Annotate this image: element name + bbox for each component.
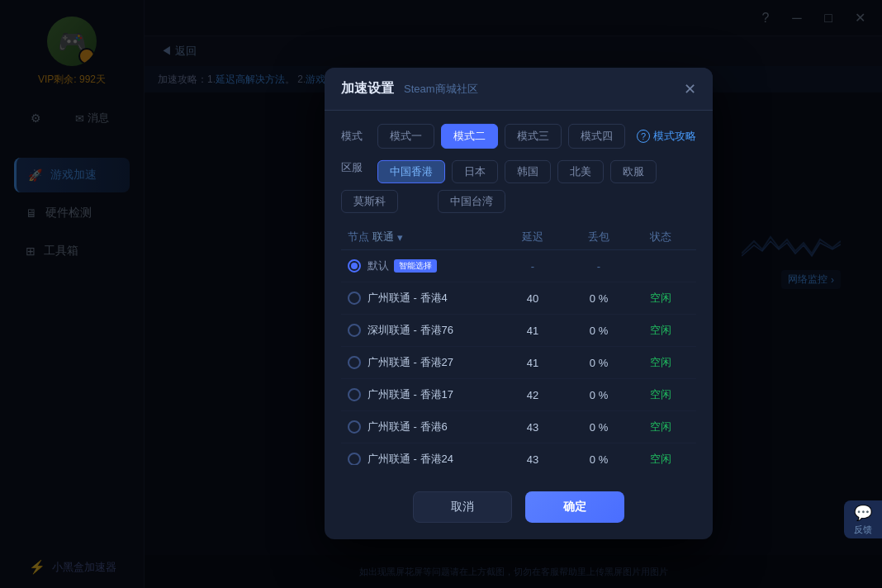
smart-badge: 智能选择 — [394, 259, 437, 273]
region-row: 区服 中国香港 日本 韩国 北美 欧服 莫斯科 中国台湾 — [341, 160, 696, 213]
radio-circle — [348, 356, 361, 369]
region-tw-btn[interactable]: 中国台湾 — [438, 190, 505, 213]
node-name: 默认 智能选择 — [368, 258, 500, 273]
mode3-btn[interactable]: 模式三 — [505, 124, 562, 149]
table-row[interactable]: 广州联通 - 香港24 43 0 % 空闲 — [341, 443, 696, 465]
table-rows: 默认 智能选择 - - 广州联通 - 香港4 40 0 % 空闲 深圳联通 - … — [341, 250, 696, 465]
region-moscow-btn[interactable]: 莫斯科 — [341, 190, 398, 213]
loss-cell: 0 % — [566, 292, 632, 304]
latency-cell: 41 — [500, 324, 566, 336]
table-row[interactable]: 默认 智能选择 - - — [341, 250, 696, 282]
dialog-subtitle: Steam商城社区 — [404, 81, 478, 96]
dialog-footer: 取消 确定 — [325, 478, 713, 539]
feedback-btn[interactable]: 💬 反馈 — [844, 500, 882, 538]
node-name-text: 深圳联通 - 香港76 — [368, 323, 453, 338]
node-name: 广州联通 - 香港6 — [368, 420, 500, 434]
loss-cell: 0 % — [566, 388, 632, 401]
table-row[interactable]: 广州联通 - 香港6 43 0 % 空闲 — [341, 411, 696, 443]
isp-filter[interactable]: 联通 ▾ — [372, 230, 403, 244]
radio-circle — [348, 324, 361, 337]
dialog-body: 模式 模式一 模式二 模式三 模式四 ? 模式攻略 区服 中国香港 日本 韩国 … — [325, 111, 713, 478]
confirm-button[interactable]: 确定 — [525, 491, 624, 523]
chevron-down-icon: ▾ — [397, 230, 403, 243]
mode-help-btn[interactable]: ? 模式攻略 — [637, 129, 696, 144]
col-latency-header: 延迟 — [500, 230, 566, 244]
loss-cell: 0 % — [566, 324, 632, 336]
node-name: 广州联通 - 香港17 — [368, 387, 500, 402]
region-kr-btn[interactable]: 韩国 — [505, 160, 551, 183]
latency-cell: - — [500, 259, 566, 272]
radio-gz-hk24 — [348, 453, 368, 465]
node-name: 广州联通 - 香港24 — [368, 452, 500, 465]
radio-gz-hk6 — [348, 420, 368, 434]
node-name: 广州联通 - 香港27 — [368, 355, 500, 370]
mode4-btn[interactable]: 模式四 — [568, 124, 625, 149]
status-cell: 空闲 — [632, 291, 690, 306]
dialog-header: 加速设置 Steam商城社区 ✕ — [325, 68, 713, 111]
table-row[interactable]: 广州联通 - 香港27 41 0 % 空闲 — [341, 347, 696, 379]
region-hk-btn[interactable]: 中国香港 — [377, 160, 445, 183]
loss-cell: - — [566, 259, 632, 272]
loss-cell: 0 % — [566, 420, 632, 433]
latency-cell: 40 — [500, 292, 566, 304]
loss-cell: 0 % — [566, 356, 632, 368]
mode2-btn[interactable]: 模式二 — [441, 124, 498, 149]
radio-default — [348, 259, 368, 273]
latency-cell: 42 — [500, 388, 566, 401]
radio-circle — [348, 420, 361, 434]
node-table: 节点 联通 ▾ 延迟 丢包 状态 默认 智能选择 - - — [341, 225, 696, 465]
region-jp-btn[interactable]: 日本 — [452, 160, 498, 183]
radio-circle — [348, 259, 361, 273]
cancel-button[interactable]: 取消 — [413, 491, 512, 523]
node-name-text: 广州联通 - 香港24 — [368, 452, 453, 465]
table-row[interactable]: 广州联通 - 香港4 40 0 % 空闲 — [341, 282, 696, 315]
latency-cell: 41 — [500, 356, 566, 368]
radio-gz-hk17 — [348, 388, 368, 401]
node-name-text: 广州联通 - 香港17 — [368, 387, 453, 402]
table-header: 节点 联通 ▾ 延迟 丢包 状态 — [341, 225, 696, 250]
mode1-btn[interactable]: 模式一 — [377, 124, 434, 149]
col-status-header: 状态 — [632, 230, 690, 244]
loss-cell: 0 % — [566, 453, 632, 465]
status-cell: 空闲 — [632, 387, 690, 402]
mode-row: 模式 模式一 模式二 模式三 模式四 ? 模式攻略 — [341, 124, 696, 149]
node-name: 广州联通 - 香港4 — [368, 291, 500, 306]
node-name-text: 广州联通 - 香港4 — [368, 291, 448, 306]
status-cell: 空闲 — [632, 323, 690, 338]
table-row[interactable]: 深圳联通 - 香港76 41 0 % 空闲 — [341, 315, 696, 347]
status-cell: 空闲 — [632, 420, 690, 434]
region-label: 区服 — [341, 160, 371, 175]
radio-circle — [348, 453, 361, 465]
node-name: 深圳联通 - 香港76 — [368, 323, 500, 338]
col-node-header: 节点 联通 ▾ — [348, 230, 500, 244]
dialog-title: 加速设置 — [341, 80, 394, 97]
table-row[interactable]: 广州联通 - 香港17 42 0 % 空闲 — [341, 379, 696, 411]
latency-cell: 43 — [500, 453, 566, 465]
region-eu-btn[interactable]: 欧服 — [610, 160, 657, 183]
latency-cell: 43 — [500, 420, 566, 433]
radio-circle — [348, 388, 361, 401]
status-cell: 空闲 — [632, 355, 690, 370]
mode-label: 模式 — [341, 129, 371, 144]
radio-gz-hk4 — [348, 292, 368, 305]
col-loss-header: 丢包 — [566, 230, 632, 244]
settings-dialog: 加速设置 Steam商城社区 ✕ 模式 模式一 模式二 模式三 模式四 ? 模式… — [325, 68, 713, 539]
default-label: 默认 — [368, 258, 389, 273]
region-na-btn[interactable]: 北美 — [557, 160, 604, 183]
node-name-text: 广州联通 - 香港6 — [368, 420, 448, 434]
radio-circle — [348, 292, 361, 305]
radio-sz-hk76 — [348, 324, 368, 337]
status-cell: 空闲 — [632, 452, 690, 465]
dialog-close-btn[interactable]: ✕ — [680, 78, 699, 98]
radio-gz-hk27 — [348, 356, 368, 369]
node-name-text: 广州联通 - 香港27 — [368, 355, 453, 370]
